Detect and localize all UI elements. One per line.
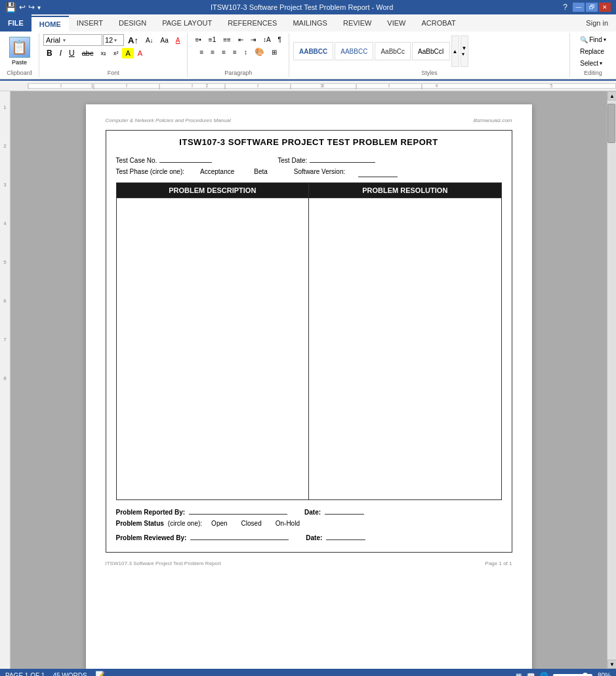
tab-acrobat[interactable]: ACROBAT <box>413 14 463 32</box>
view-web-icon[interactable]: 🌐 <box>540 672 548 677</box>
tab-page-layout[interactable]: PAGE LAYOUT <box>154 14 220 32</box>
numbering-button[interactable]: ≡1 <box>205 34 219 45</box>
test-phase-label: Test Phase (circle one): <box>116 168 185 177</box>
view-read-icon[interactable]: 📖 <box>527 672 535 677</box>
show-marks-button[interactable]: ¶ <box>275 34 285 45</box>
bullets-button[interactable]: ≡• <box>192 34 204 45</box>
highlight-button[interactable]: A <box>122 48 133 58</box>
align-center-button[interactable]: ≡ <box>207 47 218 57</box>
software-version-label: Software Version: <box>294 168 345 177</box>
scroll-up-button[interactable]: ▲ <box>607 91 616 100</box>
borders-button[interactable]: ⊞ <box>268 47 280 57</box>
date1-value[interactable] <box>325 505 364 515</box>
tab-references[interactable]: REFERENCES <box>220 14 285 32</box>
page-footer: ITSW107-3 Software Project Test Problem … <box>106 560 512 566</box>
status-right: ▦ 📖 🌐 80% <box>516 672 611 677</box>
footer-right: Page 1 of 1 <box>485 560 512 566</box>
scroll-thumb[interactable] <box>607 104 615 143</box>
style-heading3[interactable]: AaBbCc <box>375 42 411 60</box>
strikethrough-button[interactable]: abc <box>79 48 97 58</box>
font-family-selector[interactable]: Arial ▾ <box>43 34 102 46</box>
reported-by-value[interactable] <box>189 505 287 515</box>
align-right-button[interactable]: ≡ <box>218 47 229 57</box>
tab-home[interactable]: HOME <box>31 16 69 32</box>
select-button[interactable]: Select ▾ <box>577 58 606 68</box>
ribbon-styles-section: AABBCC AABBCC AaBbCc AaBbCcI ▲ ▼▾ Styles <box>289 33 570 77</box>
zoom-level[interactable]: 80% <box>598 672 611 677</box>
styles-scroll-down[interactable]: ▼▾ <box>461 35 468 67</box>
align-left-button[interactable]: ≡ <box>197 47 207 57</box>
status-open: Open <box>211 520 227 527</box>
problem-resolution-cell[interactable] <box>309 198 502 500</box>
test-date-value[interactable] <box>310 154 375 163</box>
tab-insert[interactable]: INSERT <box>69 14 111 32</box>
clear-format-button[interactable]: A <box>173 35 184 45</box>
status-row: Problem Status (circle one): Open Closed… <box>116 520 502 527</box>
reviewed-by-value[interactable] <box>190 531 289 540</box>
underline-button[interactable]: U <box>66 48 78 58</box>
font-color-button[interactable]: A <box>134 48 146 58</box>
font-label: Font <box>108 70 119 76</box>
restore-button[interactable]: 🗗 <box>586 3 598 12</box>
test-case-value[interactable] <box>159 154 212 163</box>
increase-indent-button[interactable]: ⇥ <box>247 34 259 45</box>
tab-design[interactable]: DESIGN <box>111 14 154 32</box>
reviewed-by-label: Problem Reviewed By: <box>116 534 187 541</box>
footer-section: Problem Reported By: Date: Problem Statu… <box>116 505 502 541</box>
italic-button[interactable]: I <box>56 48 65 58</box>
software-version-value[interactable] <box>358 168 398 177</box>
tab-mailings[interactable]: MAILINGS <box>285 14 335 32</box>
subscript-button[interactable]: x₂ <box>97 48 110 58</box>
style-heading2[interactable]: AABBCC <box>335 42 373 60</box>
close-button[interactable]: ✕ <box>599 3 611 12</box>
style-heading1[interactable]: AABBCC <box>293 42 333 60</box>
tab-view[interactable]: VIEW <box>379 14 413 32</box>
font-size-selector[interactable]: 12 ▾ <box>103 34 124 46</box>
track-changes-icon[interactable]: 📝 <box>95 671 105 676</box>
shading-button[interactable]: 🎨 <box>251 47 268 57</box>
status-label: Problem Status <box>116 520 164 527</box>
styles-scroll-up[interactable]: ▲ <box>451 35 459 67</box>
paste-button[interactable]: 📋 Paste <box>5 34 34 68</box>
quick-access-toolbar[interactable]: 💾 ↩ ↪ ▾ <box>5 2 41 12</box>
problem-description-cell[interactable] <box>116 198 309 500</box>
change-case-button[interactable]: Aa <box>157 35 172 45</box>
view-print-icon[interactable]: ▦ <box>516 672 522 677</box>
ruler: 12345 <box>0 81 616 91</box>
line-spacing-button[interactable]: ↕ <box>241 47 251 57</box>
replace-button[interactable]: Replace <box>577 46 607 56</box>
find-arrow: ▾ <box>604 37 606 43</box>
page-info: PAGE 1 OF 1 <box>5 672 45 677</box>
bold-button[interactable]: B <box>43 48 56 58</box>
ribbon-body: 📋 Paste Clipboard Arial ▾ 12 ▾ A↑ <box>0 32 616 79</box>
document-scroll-area[interactable]: Computer & Network Policies and Procedur… <box>10 91 607 669</box>
decrease-indent-button[interactable]: ⇤ <box>235 34 247 45</box>
minimize-button[interactable]: — <box>573 3 585 12</box>
date2-value[interactable] <box>326 531 365 540</box>
title-bar: 💾 ↩ ↪ ▾ ITSW107-3 Software Project Test … <box>0 0 616 14</box>
find-icon: 🔍 <box>580 36 588 43</box>
page-header: Computer & Network Policies and Procedur… <box>106 117 512 123</box>
form-row-2: Test Phase (circle one): Acceptance Beta… <box>116 168 502 177</box>
sign-in-link[interactable]: Sign in <box>578 14 616 32</box>
multilevel-button[interactable]: ≡≡ <box>220 34 234 45</box>
scroll-track[interactable] <box>607 100 616 660</box>
zoom-thumb[interactable] <box>583 673 588 676</box>
clipboard-label: Clipboard <box>7 70 32 76</box>
reported-by-label: Problem Reported By: <box>116 509 186 516</box>
reviewed-by-row: Problem Reviewed By: Date: <box>116 531 502 541</box>
vertical-scrollbar[interactable]: ▲ ▼ <box>607 91 616 669</box>
superscript-button[interactable]: x² <box>110 48 122 58</box>
status-bar: PAGE 1 OF 1 45 WORDS 📝 ▦ 📖 🌐 80% <box>0 669 616 676</box>
sort-button[interactable]: ↕A <box>260 34 274 45</box>
font-shrink-button[interactable]: A↓ <box>142 35 157 45</box>
justify-button[interactable]: ≡ <box>230 47 240 57</box>
vertical-ruler: 12345678 <box>0 91 10 669</box>
tab-review[interactable]: REVIEW <box>335 14 379 32</box>
style-normal[interactable]: AaBbCcI <box>412 42 449 60</box>
scroll-down-button[interactable]: ▼ <box>607 660 616 669</box>
help-icon[interactable]: ? <box>563 3 567 12</box>
font-grow-button[interactable]: A↑ <box>125 35 142 45</box>
tab-file[interactable]: FILE <box>0 14 31 32</box>
find-button[interactable]: 🔍 Find ▾ <box>577 34 609 45</box>
